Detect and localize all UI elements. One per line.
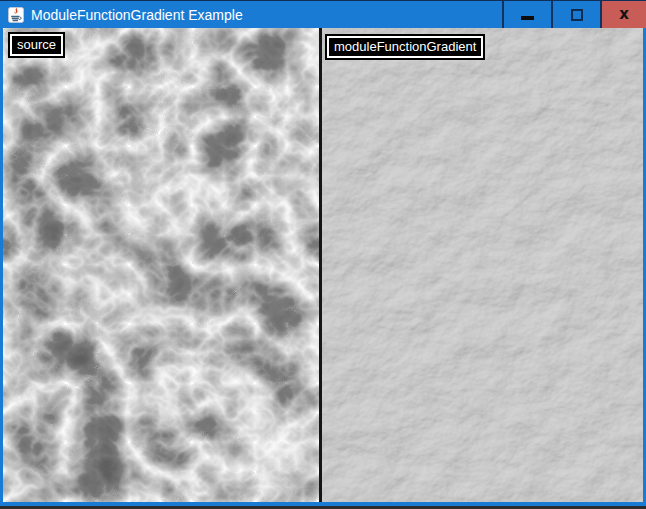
close-button[interactable]: x xyxy=(602,1,646,28)
minimize-icon xyxy=(521,16,534,20)
canvas-area: source moduleFunctionGradient xyxy=(0,28,646,502)
source-panel: source xyxy=(3,28,319,502)
maximize-button[interactable] xyxy=(553,1,600,28)
source-noise-image xyxy=(3,28,319,502)
minimize-button[interactable] xyxy=(504,1,551,28)
close-icon: x xyxy=(619,7,629,22)
maximize-icon xyxy=(571,9,583,21)
gradient-noise-image xyxy=(322,28,643,502)
gradient-label: moduleFunctionGradient xyxy=(327,36,483,58)
titlebar[interactable]: ModuleFunctionGradient Example x xyxy=(0,1,646,28)
window-title: ModuleFunctionGradient Example xyxy=(31,7,502,23)
java-coffee-cup-icon xyxy=(8,7,24,23)
window-controls: x xyxy=(502,1,646,28)
source-label: source xyxy=(10,34,63,56)
app-window: ModuleFunctionGradient Example x xyxy=(0,0,646,509)
gradient-panel: moduleFunctionGradient xyxy=(322,28,643,502)
